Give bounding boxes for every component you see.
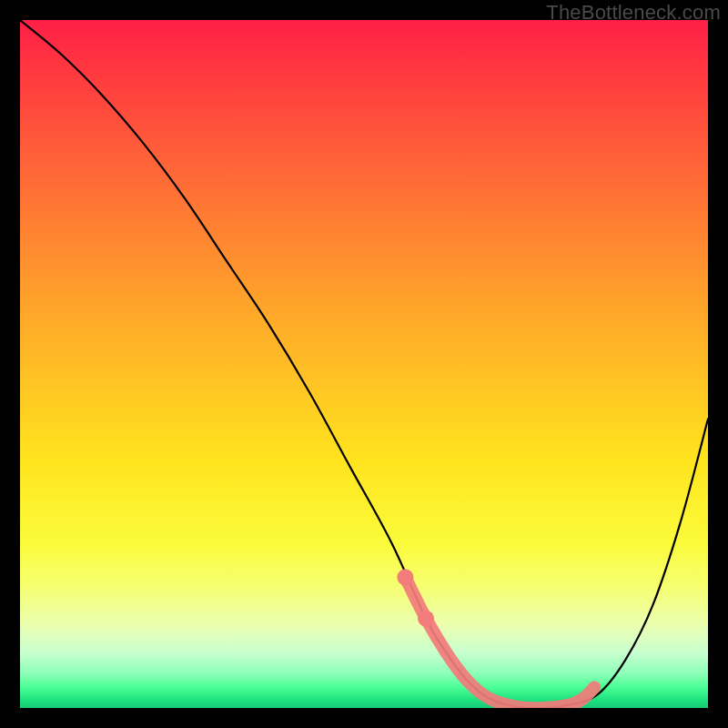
highlight-dot: [418, 611, 434, 627]
attribution-text: TheBottleneck.com: [546, 1, 721, 25]
highlight-segment: [405, 577, 594, 708]
chart-svg: [20, 20, 708, 708]
bottleneck-curve: [20, 20, 708, 708]
chart-stage: TheBottleneck.com: [0, 0, 728, 728]
highlight-dot: [397, 569, 413, 585]
plot-area: [20, 20, 708, 708]
